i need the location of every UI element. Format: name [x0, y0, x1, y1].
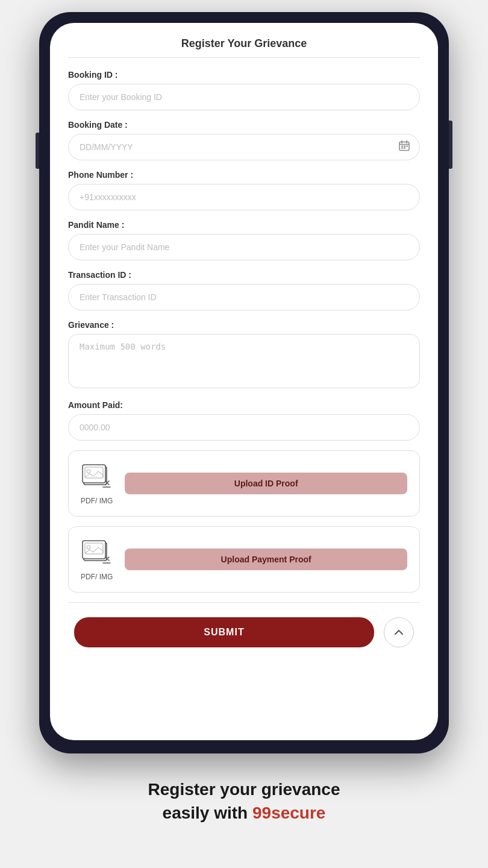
grievance-group: Grievance :: [68, 320, 420, 391]
amount-input[interactable]: [68, 414, 420, 441]
booking-date-group: Booking Date :: [68, 120, 420, 160]
bottom-divider: [68, 602, 420, 603]
pandit-input[interactable]: [68, 234, 420, 260]
upload-payment-proof-button[interactable]: Upload Payment Proof: [125, 549, 407, 570]
form-container: Register Your Grievance Booking ID : Boo…: [50, 23, 438, 665]
upload-payment-icon-area: PDF/ IMG: [81, 538, 113, 581]
upload-id-box: PDF/ IMG Upload ID Proof: [68, 450, 420, 517]
phone-label: Phone Number :: [68, 170, 420, 180]
scroll-top-button[interactable]: [384, 617, 414, 647]
payment-format: PDF/ IMG: [81, 573, 113, 581]
phone-screen: Register Your Grievance Booking ID : Boo…: [50, 23, 438, 740]
booking-date-label: Booking Date :: [68, 120, 420, 130]
phone-input[interactable]: [68, 184, 420, 210]
booking-date-input[interactable]: [68, 134, 420, 160]
brand-name: 99secure: [252, 804, 325, 822]
booking-id-input[interactable]: [68, 84, 420, 110]
booking-date-wrapper: [68, 134, 420, 160]
amount-group: Amount Paid:: [68, 400, 420, 441]
calendar-icon[interactable]: [398, 140, 410, 155]
submit-row: SUBMIT: [68, 617, 420, 647]
footer-section: Register your grievanceeasily with 99sec…: [111, 753, 376, 855]
id-proof-format: PDF/ IMG: [81, 497, 113, 505]
upload-payment-box: PDF/ IMG Upload Payment Proof: [68, 526, 420, 593]
booking-id-group: Booking ID :: [68, 70, 420, 110]
svg-rect-4: [401, 146, 403, 147]
transaction-input[interactable]: [68, 284, 420, 310]
amount-label: Amount Paid:: [68, 400, 420, 410]
submit-button[interactable]: SUBMIT: [74, 617, 374, 647]
phone-frame: Register Your Grievance Booking ID : Boo…: [39, 12, 449, 753]
upload-id-icon-area: PDF/ IMG: [81, 462, 113, 505]
pandit-label: Pandit Name :: [68, 220, 420, 230]
upload-id-proof-button[interactable]: Upload ID Proof: [125, 473, 407, 494]
booking-id-label: Booking ID :: [68, 70, 420, 80]
svg-rect-7: [401, 148, 403, 149]
pandit-group: Pandit Name :: [68, 220, 420, 260]
upload-id-icon: [81, 462, 113, 493]
upload-payment-icon: [81, 538, 113, 569]
svg-rect-6: [406, 146, 408, 147]
page-title: Register Your Grievance: [68, 37, 420, 58]
grievance-textarea[interactable]: [68, 334, 420, 388]
chevron-up-icon: [393, 626, 405, 638]
svg-rect-8: [404, 148, 405, 149]
grievance-label: Grievance :: [68, 320, 420, 330]
transaction-group: Transaction ID :: [68, 270, 420, 310]
transaction-label: Transaction ID :: [68, 270, 420, 280]
phone-group: Phone Number :: [68, 170, 420, 210]
svg-rect-5: [404, 146, 405, 147]
footer-text: Register your grievanceeasily with 99sec…: [148, 778, 340, 825]
